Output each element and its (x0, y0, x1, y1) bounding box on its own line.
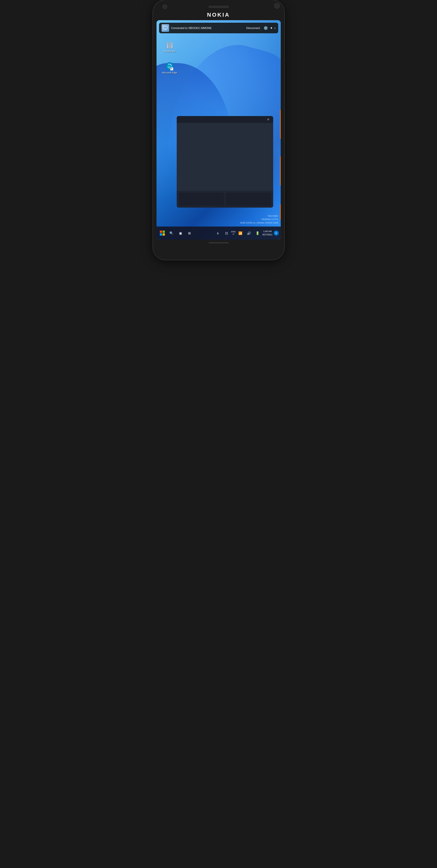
widgets-icon: ⊞ (188, 231, 191, 235)
windows-logo-icon (160, 230, 165, 236)
taskbar: 🔍 ▣ ⊞ ∧ ⊡ (156, 226, 281, 240)
edge-label: Microsoft Edge (162, 71, 177, 74)
taskview-icon: ⊡ (225, 231, 228, 235)
dialog-window: ✕ (177, 116, 273, 208)
test-mode-watermark: Test Mode Windows 11 Pro Build 22000.co_… (240, 214, 278, 225)
wifi-button[interactable]: 📶 (237, 229, 244, 237)
side-accent-top (280, 110, 281, 139)
taskbar-center: 🔍 ▣ ⊞ (158, 229, 194, 237)
battery-icon: 🔋 (256, 231, 260, 235)
network-button[interactable]: ⊡ (223, 229, 230, 237)
phone-device: NOKIA Connected to SBO (153, 0, 284, 260)
phone-top-bar (156, 4, 281, 9)
chevron-up-icon: ∧ (216, 231, 219, 235)
start-button[interactable] (158, 229, 166, 237)
phone-bottom (156, 242, 281, 243)
show-hidden-icons[interactable]: ∧ (214, 229, 222, 237)
edge-icon (165, 62, 174, 71)
side-accent-mid (280, 156, 281, 185)
connection-bar: Connected to SBOOK2-SIMONE Disconnect ⚙️… (159, 23, 278, 33)
system-tray: ∧ ⊡ ENG IT 📶 🔊 � (214, 229, 279, 237)
volume-button[interactable]: 🔊 (245, 229, 253, 237)
connection-icon (162, 24, 169, 32)
recycle-bin-label: Recycle Bin (164, 50, 176, 53)
clock[interactable]: 1:40 AM 8/27/2021 (262, 230, 272, 236)
desktop-icon-recycle-bin[interactable]: Recycle Bin (162, 40, 178, 53)
language-indicator[interactable]: ENG IT (231, 230, 236, 236)
top-right-camera (274, 3, 280, 8)
connection-actions: ⚙️ ✦ › (263, 26, 276, 31)
phone-screen: Connected to SBOOK2-SIMONE Disconnect ⚙️… (156, 20, 281, 240)
dialog-button-1[interactable] (179, 193, 224, 206)
side-accent-bot (280, 204, 281, 219)
speaker-grille (208, 6, 229, 8)
wifi-icon: 📶 (238, 231, 242, 235)
search-icon: 🔍 (169, 231, 173, 235)
dialog-close-button[interactable]: ✕ (265, 117, 271, 122)
volume-icon: 🔊 (247, 231, 251, 235)
share-button[interactable]: ✦ (269, 26, 273, 31)
svg-rect-3 (169, 41, 171, 42)
windows-desktop: Connected to SBOOK2-SIMONE Disconnect ⚙️… (156, 20, 281, 240)
rdp-icon (163, 26, 168, 31)
svg-rect-0 (163, 26, 167, 29)
notification-badge[interactable]: 2 (274, 230, 279, 236)
task-view-button[interactable]: ▣ (177, 229, 184, 237)
widgets-button[interactable]: ⊞ (186, 229, 194, 237)
brand-logo: NOKIA (156, 11, 281, 18)
dialog-titlebar: ✕ (177, 116, 273, 123)
disconnect-button[interactable]: Disconnect (245, 26, 261, 30)
home-indicator[interactable] (208, 242, 229, 243)
dialog-content-area (177, 123, 273, 191)
desktop-icon-edge[interactable]: Microsoft Edge (162, 62, 178, 74)
chevron-right-icon: › (274, 26, 276, 30)
connection-text: Connected to SBOOK2-SIMONE (171, 27, 243, 30)
battery-button[interactable]: 🔋 (254, 229, 261, 237)
recycle-bin-icon (165, 40, 174, 50)
front-camera (163, 4, 167, 9)
settings-button[interactable]: ⚙️ (263, 26, 268, 31)
dialog-buttons-area (177, 191, 273, 208)
dialog-button-2[interactable] (226, 193, 271, 206)
search-button[interactable]: 🔍 (168, 229, 175, 237)
task-view-icon: ▣ (179, 231, 182, 235)
